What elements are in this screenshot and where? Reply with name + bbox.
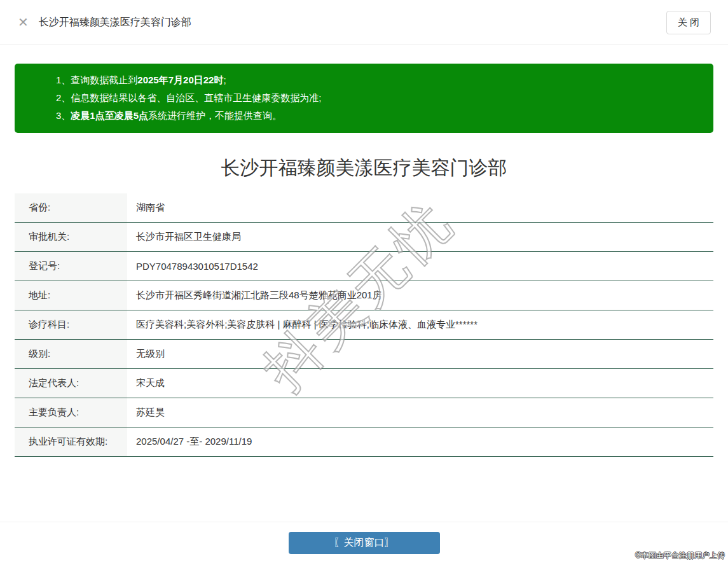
row-label: 执业许可证有效期: <box>15 427 127 456</box>
notice-line-2-pre: 信息数据结果以各省、自治区、直辖市卫生健康委数据为准; <box>71 92 321 103</box>
row-value: 长沙市开福区秀峰街道湘江北路三段48号楚雅苑商业201房 <box>127 281 713 310</box>
image-attribution: ©本图由平台注册用户上传 <box>635 550 725 561</box>
notice-line-3-num: 3、 <box>56 110 71 121</box>
row-value: PDY70478943010517D1542 <box>127 252 713 281</box>
notice-line-3-bold: 凌晨1点至凌晨5点 <box>71 110 148 121</box>
header-close-button[interactable]: 关 闭 <box>666 11 711 34</box>
page-title: 长沙开福臻颜美漾医疗美容门诊部 <box>15 155 713 181</box>
notice-box: 1、查询数据截止到2025年7月20日22时; 2、信息数据结果以各省、自治区、… <box>15 64 713 133</box>
row-label: 审批机关: <box>15 223 127 251</box>
row-value: 长沙市开福区卫生健康局 <box>127 223 713 251</box>
row-label: 主要负责人: <box>15 398 127 427</box>
notice-line-1-post: ; <box>223 74 226 85</box>
content-area: 1、查询数据截止到2025年7月20日22时; 2、信息数据结果以各省、自治区、… <box>0 64 728 457</box>
row-label: 法定代表人: <box>15 369 127 398</box>
row-value: 湖南省 <box>127 193 713 222</box>
table-row-approval-authority: 审批机关: 长沙市开福区卫生健康局 <box>15 223 713 252</box>
table-row-license-validity: 执业许可证有效期: 2025/04/27 -至- 2029/11/19 <box>15 427 713 457</box>
close-window-button[interactable]: 〖关闭窗口〗 <box>289 532 440 554</box>
table-row-main-person-in-charge: 主要负责人: 苏廷昊 <box>15 398 713 427</box>
notice-line-1-num: 1、 <box>56 74 71 85</box>
row-label: 省份: <box>15 193 127 222</box>
row-label: 地址: <box>15 281 127 310</box>
row-value: 2025/04/27 -至- 2029/11/19 <box>127 427 713 456</box>
row-value: 无级别 <box>127 340 713 368</box>
row-label: 级别: <box>15 340 127 368</box>
notice-line-1: 1、查询数据截止到2025年7月20日22时; <box>56 71 701 89</box>
row-value: 宋天成 <box>127 369 713 398</box>
header-title: 长沙开福臻颜美漾医疗美容门诊部 <box>39 16 191 29</box>
modal-footer: 〖关闭窗口〗 <box>0 522 728 563</box>
info-table: 省份: 湖南省 审批机关: 长沙市开福区卫生健康局 登记号: PDY704789… <box>15 193 713 457</box>
row-value: 苏廷昊 <box>127 398 713 427</box>
table-row-province: 省份: 湖南省 <box>15 193 713 223</box>
row-label: 登记号: <box>15 252 127 281</box>
table-row-legal-representative: 法定代表人: 宋天成 <box>15 369 713 398</box>
notice-line-2-num: 2、 <box>56 92 71 103</box>
table-row-registration-number: 登记号: PDY70478943010517D1542 <box>15 252 713 281</box>
notice-line-3: 3、凌晨1点至凌晨5点系统进行维护，不能提供查询。 <box>56 107 701 125</box>
close-x-icon[interactable]: ✕ <box>18 16 29 29</box>
modal-header: ✕ 长沙开福臻颜美漾医疗美容门诊部 关 闭 <box>0 0 728 45</box>
notice-line-1-pre: 查询数据截止到 <box>71 74 137 85</box>
notice-line-1-bold: 2025年7月20日22时 <box>137 74 223 85</box>
table-row-level: 级别: 无级别 <box>15 340 713 369</box>
table-row-treatment-subjects: 诊疗科目: 医疗美容科;美容外科;美容皮肤科 | 麻醉科 | 医学检验科;临床体… <box>15 310 713 340</box>
table-row-address: 地址: 长沙市开福区秀峰街道湘江北路三段48号楚雅苑商业201房 <box>15 281 713 310</box>
notice-line-3-post: 系统进行维护，不能提供查询。 <box>148 110 282 121</box>
row-value: 医疗美容科;美容外科;美容皮肤科 | 麻醉科 | 医学检验科;临床体液、血液专业… <box>127 310 713 339</box>
row-label: 诊疗科目: <box>15 310 127 339</box>
notice-line-2: 2、信息数据结果以各省、自治区、直辖市卫生健康委数据为准; <box>56 89 701 107</box>
